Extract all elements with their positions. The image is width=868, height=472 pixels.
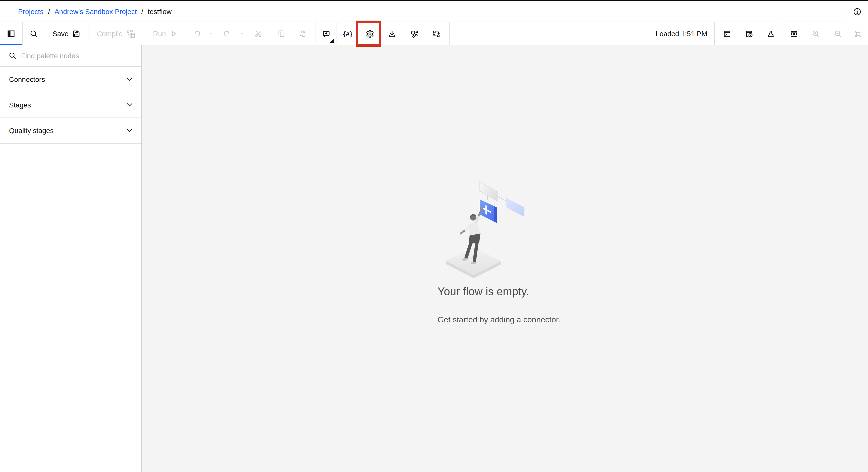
- toolbar-divider: [782, 22, 782, 45]
- palette-search-input[interactable]: [21, 45, 136, 66]
- chevron-down-icon: [127, 129, 133, 132]
- empty-state-title: Your flow is empty.: [437, 285, 529, 298]
- chevron-down-icon: [208, 31, 214, 37]
- breadcrumb-projects-link[interactable]: Projects: [18, 7, 43, 15]
- palette-toggle-button[interactable]: [0, 22, 22, 45]
- breadcrumb-divider: /: [141, 7, 143, 15]
- breadcrumb-project-link[interactable]: Andrew's Sandbox Project: [55, 7, 137, 15]
- canvas-toolbar: Save Compile: [0, 22, 868, 45]
- open-panel-icon: [7, 30, 15, 38]
- undo-button[interactable]: [189, 22, 205, 45]
- undo-icon: [193, 30, 201, 38]
- compile-button[interactable]: Compile: [88, 22, 144, 45]
- palette-section-connectors[interactable]: Connectors: [0, 67, 141, 92]
- zoom-in-icon: [811, 29, 820, 38]
- compile-icon: [127, 29, 135, 38]
- toolbar-divider: [714, 22, 715, 45]
- compile-label: Compile: [97, 30, 123, 38]
- undo-menu-button[interactable]: [205, 22, 217, 45]
- settings-button[interactable]: [359, 22, 381, 45]
- redo-icon: [223, 30, 231, 38]
- info-button[interactable]: [846, 1, 868, 22]
- download-icon: [388, 29, 396, 38]
- breadcrumb: Projects / Andrew's Sandbox Project / te…: [18, 1, 172, 22]
- palette-section-label: Connectors: [0, 75, 45, 83]
- breadcrumb-divider: /: [48, 7, 50, 15]
- zoom-out-icon: [834, 29, 842, 38]
- add-comment-button[interactable]: [315, 22, 337, 45]
- copy-icon: [277, 30, 285, 38]
- breadcrumb-bar: Projects / Andrew's Sandbox Project / te…: [0, 1, 868, 22]
- search-icon: [29, 29, 38, 38]
- scissors-icon: [254, 30, 262, 38]
- topbar-divider: [845, 1, 845, 22]
- save-icon: [72, 30, 81, 38]
- search-icon: [8, 52, 17, 60]
- swap-icon: [432, 29, 440, 38]
- chevron-down-icon: [239, 31, 245, 37]
- palette-section-stages[interactable]: Stages: [0, 92, 141, 118]
- redo-button[interactable]: [219, 22, 235, 45]
- palette-section-label: Stages: [0, 101, 31, 109]
- run-button[interactable]: Run: [144, 22, 187, 45]
- cut-button[interactable]: [250, 22, 266, 45]
- toolbar-divider: [187, 22, 187, 45]
- zoom-out-button[interactable]: [827, 22, 849, 45]
- breadcrumb-flow-name: testflow: [148, 7, 172, 15]
- test-flask-button[interactable]: [760, 22, 782, 45]
- gear-icon: [366, 29, 374, 38]
- empty-state-subtitle: Get started by adding a connector.: [437, 315, 560, 324]
- zoom-in-button[interactable]: [805, 22, 827, 45]
- parameters-glyph: {#}: [343, 30, 352, 37]
- flow-canvas[interactable]: Your flow is empty. Get started by addin…: [142, 45, 868, 472]
- toolbar-divider: [449, 22, 450, 45]
- palette-search-row: [0, 45, 141, 67]
- redo-menu-button[interactable]: [236, 22, 248, 45]
- play-icon: [170, 30, 178, 38]
- palette-section-quality-stages[interactable]: Quality stages: [0, 118, 141, 144]
- panel-layout-icon: [789, 29, 798, 38]
- node-palette: Connectors Stages Quality stages: [0, 45, 142, 472]
- chevron-down-icon: [127, 77, 133, 81]
- fit-to-screen-icon: [854, 29, 862, 38]
- copy-button[interactable]: [273, 22, 289, 45]
- flow-designer-app: Projects / Andrew's Sandbox Project / te…: [0, 0, 868, 472]
- palette-section-label: Quality stages: [0, 127, 54, 134]
- parameters-button[interactable]: {#}: [337, 22, 359, 45]
- node-graph-icon: [410, 29, 418, 38]
- load-status: Loaded 1:51 PM: [618, 22, 707, 45]
- comment-dropdown-caret: [330, 39, 334, 43]
- flow-connections-button[interactable]: [403, 22, 425, 45]
- run-history-button[interactable]: [738, 22, 760, 45]
- add-comment-icon: [322, 29, 330, 38]
- info-icon: [853, 7, 861, 16]
- run-history-icon: [745, 29, 753, 38]
- empty-state-illustration: [442, 177, 527, 280]
- search-button[interactable]: [23, 22, 45, 45]
- run-label: Run: [153, 30, 166, 38]
- save-label: Save: [53, 30, 68, 38]
- paste-icon: [299, 30, 306, 38]
- paste-button[interactable]: [294, 22, 310, 45]
- swap-transform-button[interactable]: [425, 22, 447, 45]
- bottom-panel-toggle-button[interactable]: [783, 22, 805, 45]
- log-window-icon: [722, 29, 731, 38]
- chevron-down-icon: [127, 103, 133, 107]
- save-button[interactable]: Save: [45, 22, 88, 45]
- log-panel-button[interactable]: [716, 22, 738, 45]
- fit-to-screen-button[interactable]: [848, 22, 868, 45]
- flask-icon: [767, 29, 775, 38]
- download-button[interactable]: [381, 22, 403, 45]
